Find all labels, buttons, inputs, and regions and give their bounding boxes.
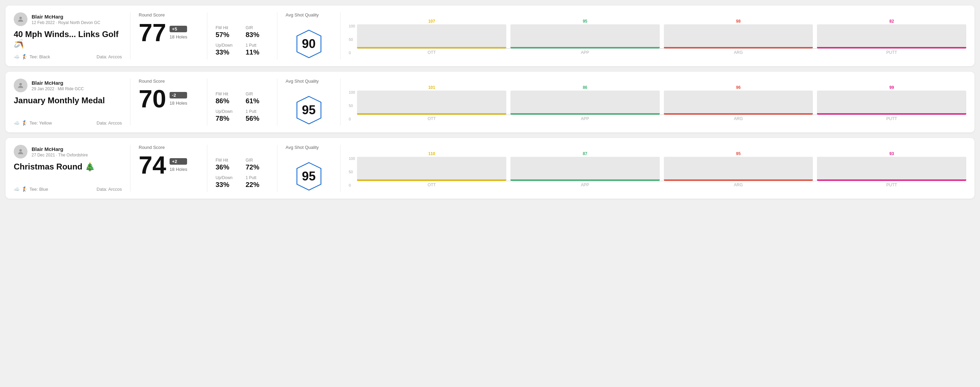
one-putt-label-1: 1 Putt	[246, 43, 269, 48]
svg-point-0	[19, 17, 22, 19]
data-source-3: Data: Arccos	[97, 187, 122, 192]
round-card-1: Blair McHarg 12 Feb 2022 · Royal North D…	[5, 5, 975, 66]
one-putt-label-3: 1 Putt	[246, 175, 269, 180]
card-left-1: Blair McHarg 12 Feb 2022 · Royal North D…	[14, 12, 130, 59]
card-stats-3: FW Hit 36% GIR 72% Up/Down 33% 1 Putt 22…	[216, 145, 277, 192]
score-detail-col-3: +2 18 Holes	[170, 158, 187, 172]
hexagon-score-1: 90	[302, 37, 315, 51]
card-chart-2: 100 50 0 101 86 96	[349, 79, 966, 125]
user-name-2: Blair McHarg	[32, 80, 84, 86]
round-score-label-2: Round Score	[139, 79, 199, 84]
tee-label-3: Tee: Blue	[30, 187, 48, 192]
score-holes-2: 18 Holes	[170, 100, 187, 106]
fw-hit-value-1: 57%	[216, 31, 239, 39]
score-badge-1: +5	[170, 26, 187, 32]
svg-point-2	[19, 83, 22, 86]
one-putt-label-2: 1 Putt	[246, 109, 269, 114]
weather-icon-1: ☁️	[14, 54, 19, 59]
svg-point-4	[19, 149, 22, 152]
hexagon-2: 95	[293, 95, 325, 125]
avg-shot-quality-label-2: Avg Shot Quality	[286, 79, 319, 84]
stats-grid-3: FW Hit 36% GIR 72% Up/Down 33% 1 Putt 22…	[216, 158, 269, 189]
up-down-item-2: Up/Down 78%	[216, 109, 239, 122]
user-date-course-1: 12 Feb 2022 · Royal North Devon GC	[32, 20, 100, 25]
hexagon-score-2: 95	[302, 103, 315, 117]
score-detail-col-2: -2 18 Holes	[170, 92, 187, 106]
fw-hit-item-1: FW Hit 57%	[216, 25, 239, 39]
big-score-3: 74	[139, 153, 166, 178]
avg-shot-quality-label-1: Avg Shot Quality	[286, 12, 319, 17]
card-score-2: Round Score 70 -2 18 Holes	[139, 79, 207, 125]
round-score-label-3: Round Score	[139, 145, 199, 150]
big-score-1: 77	[139, 20, 166, 45]
fw-hit-item-2: FW Hit 86%	[216, 92, 239, 105]
user-date-course-2: 29 Jan 2022 · Mill Ride GCC	[32, 86, 84, 91]
tee-label-2: Tee: Yellow	[30, 121, 52, 125]
score-row-3: 74 +2 18 Holes	[139, 153, 199, 178]
up-down-value-2: 78%	[216, 114, 239, 122]
card-footer-3: ☁️ 🏌 Tee: Blue Data: Arccos	[14, 186, 122, 192]
one-putt-value-1: 11%	[246, 48, 269, 56]
score-badge-3: +2	[170, 158, 187, 165]
up-down-label-3: Up/Down	[216, 175, 239, 180]
up-down-item-3: Up/Down 33%	[216, 175, 239, 189]
gir-item-2: GIR 61%	[246, 92, 269, 105]
bag-icon-2: 🏌	[22, 120, 27, 125]
score-detail-col-1: +5 18 Holes	[170, 26, 187, 40]
hexagon-1: 90	[293, 29, 325, 59]
big-score-2: 70	[139, 86, 166, 111]
weather-icon-3: ☁️	[14, 186, 19, 192]
card-footer-2: ☁️ 🏌 Tee: Yellow Data: Arccos	[14, 120, 122, 125]
up-down-item-1: Up/Down 33%	[216, 43, 239, 56]
tee-info-1: ☁️ 🏌 Tee: Black	[14, 54, 50, 59]
score-holes-3: 18 Holes	[170, 167, 187, 172]
gir-label-2: GIR	[246, 92, 269, 97]
card-stats-1: FW Hit 57% GIR 83% Up/Down 33% 1 Putt 11…	[216, 12, 277, 59]
one-putt-value-2: 56%	[246, 114, 269, 122]
gir-item-3: GIR 72%	[246, 158, 269, 171]
card-footer-1: ☁️ 🏌 Tee: Black Data: Arccos	[14, 54, 122, 59]
up-down-label-2: Up/Down	[216, 109, 239, 114]
card-quality-2: Avg Shot Quality 95	[286, 79, 340, 125]
fw-hit-label-1: FW Hit	[216, 25, 239, 30]
user-name-3: Blair McHarg	[32, 146, 88, 152]
card-left-2: Blair McHarg 29 Jan 2022 · Mill Ride GCC…	[14, 79, 130, 125]
card-score-1: Round Score 77 +5 18 Holes	[139, 12, 207, 59]
one-putt-item-3: 1 Putt 22%	[246, 175, 269, 189]
user-info-3: Blair McHarg 27 Dec 2021 · The Oxfordshi…	[14, 145, 122, 159]
score-row-2: 70 -2 18 Holes	[139, 86, 199, 111]
avatar-1	[14, 12, 27, 26]
gir-label-3: GIR	[246, 158, 269, 163]
fw-hit-label-2: FW Hit	[216, 92, 239, 97]
avatar-3	[14, 145, 27, 159]
fw-hit-item-3: FW Hit 36%	[216, 158, 239, 171]
up-down-value-3: 33%	[216, 181, 239, 189]
tee-info-2: ☁️ 🏌 Tee: Yellow	[14, 120, 52, 125]
card-quality-1: Avg Shot Quality 90	[286, 12, 340, 59]
user-info-2: Blair McHarg 29 Jan 2022 · Mill Ride GCC	[14, 79, 122, 92]
bag-icon-3: 🏌	[22, 186, 27, 192]
one-putt-value-3: 22%	[246, 181, 269, 189]
gir-value-1: 83%	[246, 31, 269, 39]
user-date-course-3: 27 Dec 2021 · The Oxfordshire	[32, 153, 88, 157]
one-putt-item-2: 1 Putt 56%	[246, 109, 269, 122]
gir-value-3: 72%	[246, 163, 269, 171]
weather-icon-2: ☁️	[14, 120, 19, 125]
up-down-label-1: Up/Down	[216, 43, 239, 48]
avg-shot-quality-label-3: Avg Shot Quality	[286, 145, 319, 150]
fw-hit-value-2: 86%	[216, 97, 239, 105]
one-putt-item-1: 1 Putt 11%	[246, 43, 269, 56]
avatar-2	[14, 79, 27, 92]
round-title-3: Christmas Round 🎄	[14, 162, 122, 171]
tee-label-1: Tee: Black	[30, 54, 50, 59]
round-title-2: January Monthly Medal	[14, 96, 122, 105]
round-card-3: Blair McHarg 27 Dec 2021 · The Oxfordshi…	[5, 138, 975, 199]
tee-info-3: ☁️ 🏌 Tee: Blue	[14, 186, 48, 192]
fw-hit-label-3: FW Hit	[216, 158, 239, 163]
user-name-1: Blair McHarg	[32, 14, 100, 19]
hexagon-3: 95	[293, 161, 325, 192]
score-holes-1: 18 Holes	[170, 34, 187, 40]
card-score-3: Round Score 74 +2 18 Holes	[139, 145, 207, 192]
bag-icon-1: 🏌	[22, 54, 27, 59]
score-badge-2: -2	[170, 92, 187, 98]
